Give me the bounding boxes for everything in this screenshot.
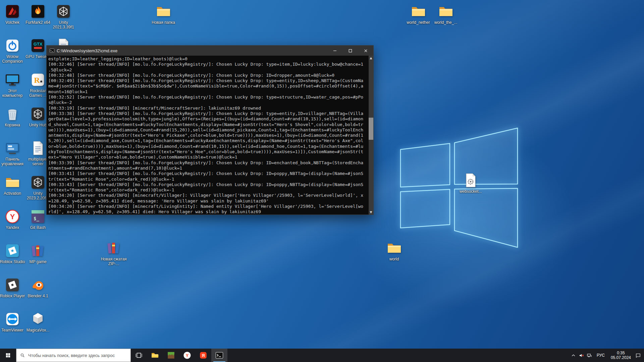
furmark-icon	[30, 3, 46, 19]
desktop-icon-label: Git Bash	[24, 225, 52, 230]
desktop-icon-unity-20[interactable]: Unity 2021.3.39f1	[51, 3, 76, 29]
taskbar-empty-area	[227, 349, 570, 362]
recycle-bin-icon	[4, 106, 20, 122]
search-icon	[20, 353, 25, 358]
power-icon	[4, 38, 20, 54]
start-button[interactable]	[0, 349, 16, 362]
control-panel-icon	[4, 140, 20, 156]
desktop-icon-winrar-27[interactable]: Новая сжатая ZIP-...	[101, 240, 126, 266]
roblox-studio-icon	[4, 243, 20, 259]
svg-text:★: ★	[40, 79, 43, 84]
desktop-icon-magicavoxel-19[interactable]: MagicaVox...	[25, 311, 50, 333]
language-indicator[interactable]: РУС	[594, 353, 608, 358]
task-view-icon	[135, 351, 143, 360]
roblox-player-icon	[4, 277, 20, 293]
svg-text:$_: $_	[34, 216, 39, 222]
desktop-icon-label: Unity 2021.3.39f1	[49, 20, 77, 29]
cmd-window[interactable]: C:\Windows\system32\cmd.exe estplate;ID=…	[46, 45, 374, 215]
desktop-icon-label: FurMark2 x64	[24, 20, 52, 25]
desktop-icon-label: world_the_...	[432, 20, 460, 25]
folder-icon	[155, 3, 171, 19]
desktop-icon-winrar-17[interactable]: MP game	[25, 243, 50, 264]
taskbar-buttons: YЯ	[131, 349, 227, 362]
desktop-icon-label: websocket...	[457, 189, 485, 194]
desktop-icon-gear-file-25[interactable]: websocket...	[458, 172, 483, 194]
desktop-icon-control-panel-4[interactable]: Панель управления	[0, 140, 25, 166]
explorer-icon	[151, 351, 159, 360]
taskbar: Чтобы начать поиск, введите здесь запрос…	[0, 349, 644, 362]
desktop-icon-label: Activation	[0, 191, 26, 196]
desktop-icon-label: Yandex	[0, 225, 26, 230]
volume-muted-icon	[579, 353, 584, 358]
winrar-icon	[30, 243, 46, 259]
scrollbar[interactable]: ▲ ▼	[369, 56, 373, 215]
desktop-icon-label: world	[380, 257, 408, 261]
action-center-button[interactable]	[634, 349, 642, 362]
desktop-icon-blender-18[interactable]: Blender 4.1	[25, 277, 50, 298]
desktop-icon-label: MagicaVox...	[24, 328, 52, 333]
rockstar-icon: R★	[30, 72, 46, 88]
network-button[interactable]	[586, 349, 594, 362]
minecraft-icon	[167, 351, 175, 360]
cmd-titlebar[interactable]: C:\Windows\system32\cmd.exe	[47, 46, 373, 56]
minecraft-launcher-button[interactable]	[163, 349, 179, 362]
gpu-tweak-icon: GTX	[30, 38, 46, 54]
desktop-icon-computer-2[interactable]: Этот компьютер	[0, 72, 25, 98]
close-button[interactable]	[358, 46, 373, 56]
desktop-icon-folder-24[interactable]: world_the_...	[433, 3, 458, 25]
folder-icon	[438, 3, 454, 19]
volume-muted-button[interactable]	[578, 349, 586, 362]
scroll-down-icon[interactable]: ▼	[369, 210, 373, 215]
volchek-icon	[4, 3, 20, 19]
desktop-icon-folder-26[interactable]: world	[382, 240, 407, 261]
desktop-icon-label: world_nether	[404, 20, 432, 25]
desktop-icon-label: Этот компьютер	[0, 88, 26, 98]
minimize-button[interactable]	[327, 46, 342, 56]
tray-date: 05.07.2024	[611, 355, 631, 360]
desktop-icon-label: Blender 4.1	[24, 294, 52, 298]
desktop-icon-folder-23[interactable]: world_nether	[406, 3, 431, 25]
console-output[interactable]: estplate;ID=leather_leggings;ID=leather_…	[47, 56, 373, 215]
tray-time: 0:35	[611, 351, 631, 355]
svg-text:GTX: GTX	[34, 42, 43, 47]
desktop-icon-volchek-0[interactable]: Volchek	[0, 3, 25, 25]
yandex-app-icon: Я	[199, 351, 208, 360]
yandex-browser-icon: Y	[183, 351, 192, 360]
folder-icon	[4, 174, 20, 190]
cmd-taskbar-button[interactable]	[211, 349, 227, 362]
desktop-icon-label: Новая сжатая ZIP-...	[100, 257, 128, 266]
maximize-button[interactable]	[342, 46, 358, 56]
magicavoxel-icon	[30, 311, 46, 327]
desktop-icon-roblox-studio-7[interactable]: Roblox Studio	[0, 243, 25, 264]
search-input[interactable]: Чтобы начать поиск, введите здесь запрос	[16, 349, 131, 362]
task-view-button[interactable]	[131, 349, 147, 362]
desktop-icon-roblox-player-8[interactable]: Roblox Player	[0, 277, 25, 298]
hidden-icons-button[interactable]	[570, 349, 578, 362]
desktop-icon-label: Wolow Companion	[0, 54, 26, 64]
desktop-icon-yandex-6[interactable]: YYandex	[0, 208, 25, 230]
desktop-icon-furmark-10[interactable]: FurMark2 x64	[25, 3, 50, 25]
desktop-icon-folder-22[interactable]: Новая папка	[151, 3, 176, 25]
desktop-icon-label: Volchek	[0, 20, 26, 25]
scrollbar-thumb[interactable]	[369, 118, 373, 140]
file-explorer-button[interactable]	[147, 349, 163, 362]
gear-file-icon	[463, 172, 479, 188]
yandex-browser-button[interactable]: Y	[179, 349, 195, 362]
svg-text:Я: Я	[202, 353, 205, 358]
desktop-icon-power-1[interactable]: Wolow Companion	[0, 38, 25, 64]
clock[interactable]: 0:35 05.07.2024	[608, 351, 634, 360]
chevron-up-icon	[571, 353, 576, 358]
yandex-app-button[interactable]: Я	[195, 349, 211, 362]
desktop-icon-teamviewer-9[interactable]: TeamViewer	[0, 311, 25, 333]
desktop-icon-recycle-bin-3[interactable]: Корзина	[0, 106, 25, 127]
action-center-icon	[635, 353, 641, 358]
teamviewer-icon	[4, 311, 20, 327]
scroll-up-icon[interactable]: ▲	[369, 56, 373, 60]
blender-icon	[30, 277, 46, 293]
desktop-icon-label: Корзина	[0, 123, 26, 127]
unity-icon	[55, 3, 71, 19]
desktop-icon-folder-5[interactable]: Activation	[0, 174, 25, 196]
network-icon	[587, 353, 592, 358]
winrar-icon	[106, 240, 122, 256]
windows-start-icon	[5, 352, 11, 358]
